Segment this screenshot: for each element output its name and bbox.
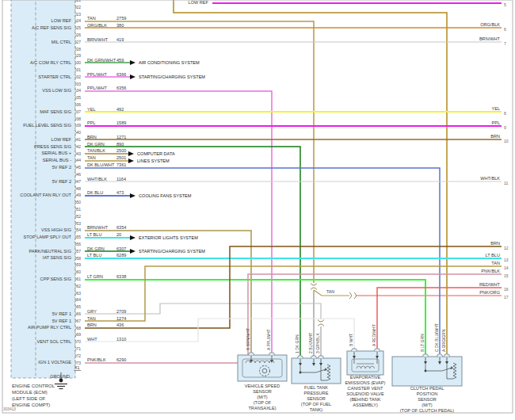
pin-number: 35 — [77, 95, 82, 100]
edge-wire-color: PNK/BLK — [481, 269, 500, 273]
cpp-pin-wire-label: C DK BLU/WHT — [434, 323, 439, 352]
pin-wire-color: TAN — [87, 155, 96, 160]
pin-number: 62 — [77, 284, 82, 288]
pin-function-label: IGN 1 VOLTAGE — [38, 360, 71, 365]
cpp-pin-socket-icon — [437, 354, 443, 357]
pin-circuit-number: 7361 — [116, 162, 126, 167]
splice-wire-color-label: TAN — [326, 289, 334, 294]
evap-caption: CANISTER VENT — [348, 386, 383, 391]
pin-wire-color: WHT — [87, 337, 97, 342]
ecm-caption: ENGINE COMPT) — [12, 403, 50, 407]
edge-wire-color: BRN — [490, 241, 500, 246]
edge-wire-color: LT BLU — [486, 253, 500, 258]
pin-circuit-number: 459 — [116, 58, 124, 63]
pin-number: 65 — [77, 304, 82, 309]
edge-ref-number: 16 — [504, 287, 509, 292]
ftp-caption: SENSOR — [307, 396, 326, 401]
pin-function-label: STARTER CTRL — [38, 74, 71, 79]
pin-circuit-number: 6307 — [116, 246, 126, 251]
ecm-caption: (LEFT SIDE OF — [12, 396, 46, 401]
pin-function-label: SERIAL BUS + — [41, 151, 71, 155]
evap-caption: SOLENOID VALVE — [346, 391, 384, 396]
pin-number: 49 — [77, 193, 82, 197]
pin-number: 55 — [77, 235, 82, 239]
ecm-caption: MODULE (ECM) — [12, 390, 48, 395]
pin-circuit-number: 6289 — [116, 253, 126, 258]
cpp-pin-wire-label: A ORG/GRN — [441, 329, 446, 352]
edge-ref-number: 9 — [504, 125, 506, 130]
pin-wire-color: TAN — [87, 316, 96, 321]
evap-pin-wire-label: B WHT — [349, 334, 353, 346]
pin-wire-color: TAN/BLK — [87, 148, 105, 153]
pin-number: 22 — [77, 5, 82, 10]
ecm-connector-id: X1 — [74, 365, 80, 370]
pin-function-label: 5V REF 1 — [52, 319, 71, 323]
system-link-label: EXTERIOR LIGHTS SYSTEM — [139, 235, 198, 240]
evap-caption: EMISSIONS (EVAP) — [345, 380, 386, 385]
system-link-label: STARTING/CHARGING SYSTEM — [139, 74, 205, 79]
pin-circuit-number: 6366 — [116, 72, 126, 77]
pin-function-label: MIL CTRL — [52, 40, 71, 44]
pin-wire-color: DK BLU — [87, 190, 103, 195]
cpp-caption: (TOP OF CLUTCH PEDAL) — [400, 408, 455, 413]
pin-number: 47 — [77, 179, 82, 184]
pin-circuit-number: 380 — [116, 23, 124, 28]
edge-ref-number: 5 — [504, 2, 506, 7]
pin-wire-color: PNK/BLK — [87, 357, 106, 362]
pin-number: 69 — [77, 332, 82, 337]
pin-number: 58 — [77, 256, 82, 261]
system-link-label: COMPUTER DATA — [137, 151, 175, 156]
pin-wire-color: DK BLU/WHT — [87, 162, 115, 167]
ground-label: GROUND — [50, 374, 70, 379]
pin-function-label: MAF SENS SIG — [40, 109, 71, 114]
pin-wire-color: BRN — [87, 323, 97, 327]
pin-number: 28 — [77, 47, 82, 52]
vss-pin-socket-icon — [249, 353, 254, 356]
pin-wire-color: LT BLU — [87, 232, 101, 237]
pin-number: 46 — [77, 172, 82, 177]
pin-circuit-number: 1271 — [116, 135, 126, 139]
pin-wire-color: TAN — [87, 16, 96, 21]
pin-function-label: A/C COM RLY CTRL — [30, 60, 71, 65]
pin-wire-color: DK GRN — [87, 246, 105, 251]
vss-caption: SENSOR — [253, 389, 272, 394]
pin-function-label: AIR PUMP RLY CTRL — [28, 325, 71, 330]
edge-ref-number: 11 — [504, 181, 508, 185]
pin-wire-color: BRN/WHT — [87, 225, 109, 230]
cpp-caption: POSITION — [417, 391, 438, 396]
pin-function-label: SERIAL BUS - — [43, 158, 71, 162]
pin-wire-color: LT BLU — [87, 253, 101, 258]
ftp-caption: TANK) — [310, 407, 323, 412]
pin-number: 72 — [77, 353, 82, 358]
pin-number: 40 — [77, 130, 82, 135]
pin-circuit-number: 436 — [116, 323, 124, 327]
pin-number: 61 — [77, 277, 82, 281]
edge-ref-number: 6 — [504, 27, 506, 32]
ftp-pin-wire-label: 3 GRY/BLK — [315, 333, 320, 353]
ftp-caption: FUEL TANK — [304, 385, 328, 390]
pin-number: 56 — [77, 242, 82, 246]
system-link-label: AIR CONDITIONING SYSTEM — [139, 60, 200, 65]
system-link-label: LINES SYSTEM — [137, 158, 170, 163]
wiring-diagram-page: TAN21222324LOW REFTAN275925A/C REF SENS … — [0, 0, 515, 420]
pin-wire-color: PPL/WHT — [87, 72, 107, 77]
pin-function-label: 5V REF 1 — [52, 311, 71, 316]
edge-ref-number: 10 — [504, 139, 509, 143]
pin-number: 33 — [77, 82, 82, 86]
pin-number: 29 — [77, 53, 82, 58]
pin-circuit-number: 2759 — [116, 16, 126, 21]
pin-number: 70 — [77, 339, 82, 344]
evap-caption: (BEHIND TANK — [350, 397, 381, 402]
pin-number: 41 — [77, 137, 82, 142]
pin-function-label: 5V REF 2 — [52, 179, 71, 184]
pin-circuit-number: 1589 — [116, 120, 126, 125]
pin-function-label: PARK/NEUTRAL SIG — [29, 249, 71, 254]
ftp-caption: PRESSURE — [304, 391, 329, 395]
ground-dot-icon — [59, 379, 63, 383]
evap-pin-wire-label: A RED/WHT — [372, 324, 376, 346]
cpp-caption: (M/T) — [422, 403, 432, 407]
pin-number: 59 — [77, 262, 82, 267]
ftp-caption: (TOP OF FUEL — [301, 402, 331, 407]
pin-number: 37 — [77, 109, 82, 114]
pin-number: 32 — [77, 74, 82, 79]
